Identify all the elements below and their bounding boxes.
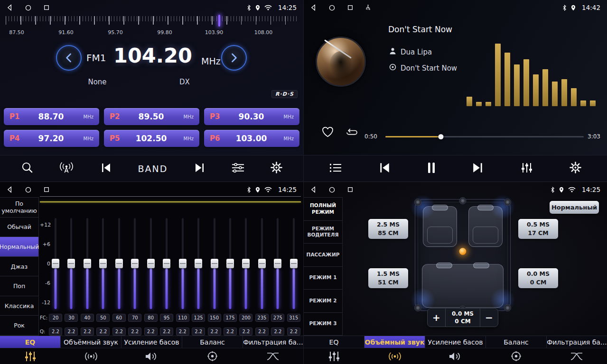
audio-tab[interactable]: Усиление басов xyxy=(425,336,486,348)
slider-knob[interactable] xyxy=(211,259,218,268)
mixer-button[interactable] xyxy=(521,162,533,175)
filter-tab-icon[interactable] xyxy=(243,348,303,364)
delay-increase-button[interactable]: + xyxy=(428,309,446,327)
eq-band-slider[interactable] xyxy=(239,218,253,309)
frequency-ruler[interactable]: 87.50 91.60 95.70 99.80 103.90 108.00 xyxy=(6,16,298,38)
eq-preset-item[interactable]: Рок xyxy=(0,316,38,336)
balance-tab-icon[interactable] xyxy=(182,348,243,364)
audio-tab[interactable]: Фильтрация ба… xyxy=(243,336,303,348)
eq-band-slider[interactable] xyxy=(64,218,78,309)
front-right-delay-button[interactable]: 0.5 MS 17 CM xyxy=(518,219,558,239)
recents-button[interactable] xyxy=(347,187,353,192)
eq-band-slider[interactable] xyxy=(207,218,222,309)
surround-tab-icon[interactable] xyxy=(61,348,121,364)
seek-scan-button[interactable] xyxy=(21,162,33,175)
eq-tab-icon[interactable] xyxy=(304,348,364,364)
eq-tab-icon[interactable] xyxy=(0,348,61,364)
back-button[interactable] xyxy=(7,4,13,11)
slider-knob[interactable] xyxy=(52,259,59,268)
audio-tab[interactable]: Баланс xyxy=(182,336,243,348)
audio-tab[interactable]: Баланс xyxy=(486,336,547,348)
eq-band-slider[interactable] xyxy=(96,218,110,309)
progress-knob[interactable] xyxy=(439,134,444,139)
eq-band-slider[interactable] xyxy=(144,218,158,309)
progress-bar[interactable] xyxy=(385,136,584,137)
front-left-delay-button[interactable]: 2.5 MS 85 CM xyxy=(368,219,408,239)
recents-button[interactable] xyxy=(347,5,353,10)
previous-track-button[interactable] xyxy=(378,163,391,175)
audio-settings-button[interactable] xyxy=(232,163,244,175)
band-button[interactable]: BAND xyxy=(138,164,168,174)
previous-station-button[interactable] xyxy=(100,163,112,174)
radio-preset-button[interactable]: P497.20MHz xyxy=(4,130,99,147)
radio-preset-button[interactable]: P6103.00MHz xyxy=(204,130,299,147)
slider-knob[interactable] xyxy=(274,259,281,268)
slider-knob[interactable] xyxy=(258,259,266,268)
surround-preset-button[interactable]: Нормальный xyxy=(550,201,599,214)
audio-tab[interactable]: Объёмный звук xyxy=(61,336,121,348)
slider-knob[interactable] xyxy=(242,259,250,268)
bass-boost-tab-icon[interactable] xyxy=(425,348,486,364)
pause-button[interactable] xyxy=(427,162,436,175)
next-track-button[interactable] xyxy=(472,163,484,175)
audio-tab[interactable]: Фильтрация ба… xyxy=(547,336,607,348)
surround-mode-item[interactable]: ПОЛНЫЙ РЕЖИМ xyxy=(304,198,342,221)
favorite-button[interactable] xyxy=(321,126,335,140)
slider-knob[interactable] xyxy=(179,259,187,268)
slider-knob[interactable] xyxy=(99,259,107,268)
home-button[interactable] xyxy=(25,5,31,11)
eq-band-slider[interactable] xyxy=(255,218,269,309)
filter-tab-icon[interactable] xyxy=(546,348,607,364)
antenna-broadcast-button[interactable] xyxy=(59,162,74,175)
slider-knob[interactable] xyxy=(131,259,139,268)
audio-tab[interactable]: Усиление басов xyxy=(121,336,182,348)
eq-preset-item[interactable]: Нормальный xyxy=(0,237,38,257)
tune-up-button[interactable] xyxy=(221,45,247,71)
home-button[interactable] xyxy=(329,187,335,193)
audio-tab[interactable]: Объёмный звук xyxy=(364,336,425,348)
eq-preset-item[interactable]: По умолчанию xyxy=(0,198,38,218)
tune-down-button[interactable] xyxy=(56,45,82,71)
surround-tab-icon[interactable] xyxy=(364,348,425,364)
eq-band-slider[interactable] xyxy=(176,218,190,309)
back-button[interactable] xyxy=(310,186,317,193)
eq-band-slider[interactable] xyxy=(191,218,205,309)
rear-left-delay-button[interactable]: 1.5 MS 51 CM xyxy=(368,268,408,288)
rear-right-delay-button[interactable]: 0.0 MS 0 CM xyxy=(518,268,558,288)
audio-tab[interactable]: EQ xyxy=(304,336,364,348)
eq-band-slider[interactable] xyxy=(112,218,126,309)
back-button[interactable] xyxy=(310,4,317,11)
settings-button[interactable] xyxy=(271,162,282,175)
home-button[interactable] xyxy=(329,5,335,11)
eq-preset-item[interactable]: Поп xyxy=(0,276,38,296)
next-station-button[interactable] xyxy=(194,163,205,174)
radio-preset-button[interactable]: P289.50MHz xyxy=(104,108,199,125)
slider-knob[interactable] xyxy=(195,259,202,268)
slider-knob[interactable] xyxy=(147,259,155,268)
eq-band-slider[interactable] xyxy=(271,218,285,309)
slider-knob[interactable] xyxy=(226,259,234,268)
slider-knob[interactable] xyxy=(84,259,91,268)
slider-knob[interactable] xyxy=(163,259,170,268)
slider-knob[interactable] xyxy=(67,259,75,268)
radio-preset-button[interactable]: P5102.50MHz xyxy=(104,130,199,147)
surround-mode-item[interactable]: РЕЖИМ 2 xyxy=(304,290,342,313)
recents-button[interactable] xyxy=(44,187,49,192)
eq-preset-item[interactable]: Классика xyxy=(0,296,38,316)
surround-mode-item[interactable]: ПАССАЖИР xyxy=(304,244,342,267)
listening-position-dot[interactable] xyxy=(459,248,467,255)
balance-tab-icon[interactable] xyxy=(486,348,546,364)
surround-mode-item[interactable]: РЕЖИМ 3 xyxy=(304,313,342,336)
surround-mode-item[interactable]: РЕЖИМ ВОДИТЕЛЯ xyxy=(304,221,342,244)
playlist-button[interactable] xyxy=(329,163,342,175)
repeat-button[interactable] xyxy=(346,128,358,139)
audio-tab[interactable]: EQ xyxy=(0,336,61,348)
radio-preset-button[interactable]: P390.30MHz xyxy=(204,108,299,125)
eq-band-slider[interactable] xyxy=(48,218,63,309)
eq-preset-item[interactable]: Джаз xyxy=(0,257,38,277)
radio-preset-button[interactable]: P188.70MHz xyxy=(4,108,99,125)
settings-button[interactable] xyxy=(570,162,581,175)
back-button[interactable] xyxy=(7,186,13,193)
recents-button[interactable] xyxy=(44,5,49,10)
bass-boost-tab-icon[interactable] xyxy=(121,348,182,364)
